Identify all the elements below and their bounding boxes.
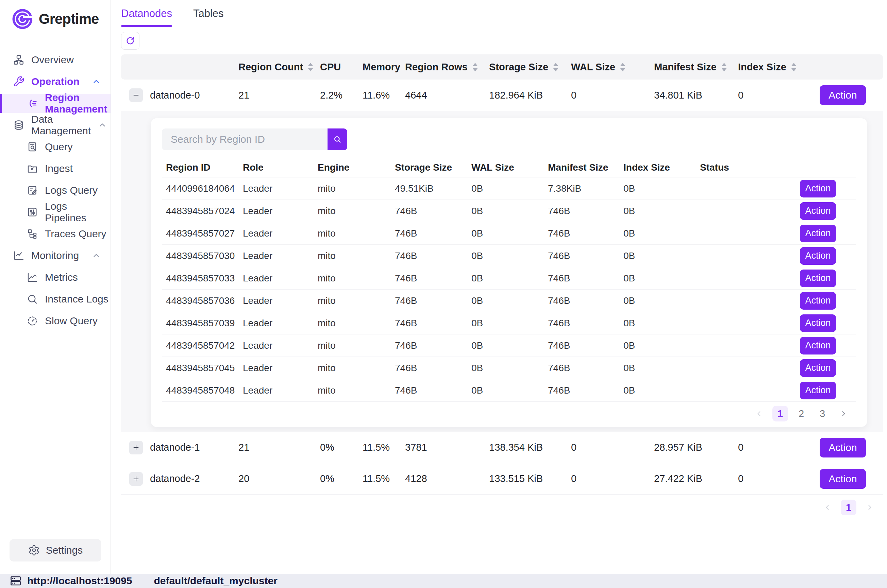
metrics-chart-icon: [27, 272, 38, 283]
pagination-next-icon[interactable]: [836, 406, 851, 422]
sidebar-item-query[interactable]: Query: [0, 137, 111, 156]
cell-region-id: 4483945857033: [162, 273, 243, 284]
region-action-button[interactable]: Action: [800, 314, 836, 332]
sidebar-item-operation[interactable]: Operation: [0, 72, 111, 91]
sort-arrows-icon[interactable]: [308, 63, 313, 71]
column-header-storage-size[interactable]: Storage Size: [489, 62, 571, 73]
region-action-button[interactable]: Action: [800, 292, 836, 310]
cell-region-count: 20: [238, 473, 320, 484]
region-action-button[interactable]: Action: [800, 270, 836, 287]
sidebar-item-traces-query[interactable]: Traces Query: [0, 224, 111, 243]
cell-role: Leader: [243, 296, 318, 306]
cell-engine: mito: [318, 296, 395, 306]
refresh-icon: [125, 36, 135, 46]
cell-manifest-size: 27.422 KiB: [654, 473, 738, 484]
sidebar-item-metrics[interactable]: Metrics: [0, 268, 111, 287]
chevron-up-icon[interactable]: [92, 77, 101, 86]
sidebar-item-label: Region Management: [45, 92, 111, 115]
pagination-prev-icon[interactable]: [820, 500, 835, 515]
sidebar-item-logs-pipelines[interactable]: Logs Pipelines: [0, 202, 111, 222]
sort-arrows-icon[interactable]: [620, 63, 625, 71]
cell-engine: mito: [318, 363, 395, 374]
search-button[interactable]: [328, 129, 347, 150]
cell-storage-size: 746B: [395, 206, 471, 216]
region-action-button[interactable]: Action: [800, 225, 836, 242]
pagination-page-1[interactable]: 1: [841, 500, 856, 515]
refresh-button[interactable]: [121, 32, 140, 50]
sidebar-item-slow-query[interactable]: Slow Query: [0, 311, 111, 330]
tab-tables[interactable]: Tables: [193, 0, 224, 27]
region-table-body: 4440996184064 Leader mito 49.51KiB 0B 7.…: [162, 177, 856, 402]
settings-button[interactable]: Settings: [9, 539, 101, 561]
cell-engine: mito: [318, 318, 395, 328]
column-header-wal-size[interactable]: WAL Size: [571, 62, 654, 73]
sidebar-item-monitoring[interactable]: Monitoring: [0, 246, 111, 265]
sidebar-item-ingest[interactable]: Ingest: [0, 159, 111, 178]
sidebar-item-region-management[interactable]: Region Management: [0, 94, 111, 113]
sort-arrows-icon[interactable]: [472, 63, 478, 71]
tab-datanodes[interactable]: Datanodes: [121, 0, 172, 27]
expand-row-button[interactable]: [129, 441, 143, 454]
region-action-button[interactable]: Action: [800, 247, 836, 265]
cell-cpu: 2.2%: [320, 90, 362, 101]
sidebar-item-data-management[interactable]: Data Management: [0, 116, 111, 135]
sidebar-item-label: Logs Pipelines: [45, 201, 111, 224]
region-action-button[interactable]: Action: [800, 359, 836, 377]
region-row: 4483945857030 Leader mito 746B 0B 746B 0…: [162, 245, 856, 267]
datanode-row-1: datanode-1 21 0% 11.5% 3781 138.354 KiB …: [121, 432, 883, 463]
cluster-name[interactable]: default/default_mycluster: [154, 575, 277, 586]
tab-label: Tables: [193, 8, 224, 20]
datanode-action-button[interactable]: Action: [820, 438, 866, 458]
region-action-button[interactable]: Action: [800, 382, 836, 399]
sort-arrows-icon[interactable]: [722, 63, 727, 71]
search-input[interactable]: [162, 129, 328, 150]
cell-region-count: 21: [238, 90, 320, 101]
region-search: [162, 129, 347, 150]
pagination-prev-icon[interactable]: [751, 406, 767, 422]
region-table-header: Region ID Role Engine Storage Size WAL S…: [162, 158, 856, 177]
region-action-button[interactable]: Action: [800, 180, 836, 198]
column-header-manifest-size[interactable]: Manifest Size: [654, 62, 738, 73]
brand-name: Greptime: [39, 11, 99, 27]
sidebar-item-label: Operation: [31, 76, 80, 87]
column-header-region-count[interactable]: Region Count: [238, 62, 320, 73]
cell-role: Leader: [243, 206, 318, 216]
cell-memory: 11.6%: [362, 90, 405, 101]
cell-storage-size: 182.964 KiB: [489, 90, 571, 101]
sidebar-item-instance-logs[interactable]: Instance Logs: [0, 290, 111, 309]
cell-index-size: 0B: [624, 273, 700, 284]
column-header-storage-size: Storage Size: [395, 162, 471, 173]
region-row: 4483945857042 Leader mito 746B 0B 746B 0…: [162, 334, 856, 357]
search-icon: [332, 135, 342, 144]
cell-role: Leader: [243, 385, 318, 396]
expand-row-button[interactable]: [129, 472, 143, 486]
pagination-page-3[interactable]: 3: [815, 406, 830, 422]
column-header-index-size[interactable]: Index Size: [738, 62, 816, 73]
datanode-action-button[interactable]: Action: [820, 469, 866, 489]
cell-manifest-size: 7.38KiB: [548, 183, 624, 194]
sort-arrows-icon[interactable]: [791, 63, 797, 71]
server-icon: [9, 575, 22, 587]
pagination-page-2[interactable]: 2: [794, 406, 809, 422]
brand-logo: Greptime: [0, 0, 111, 36]
collapse-row-button[interactable]: [129, 88, 143, 102]
region-action-button[interactable]: Action: [800, 202, 836, 220]
ingest-folder-icon: [27, 163, 38, 174]
server-url[interactable]: http://localhost:19095: [27, 575, 132, 586]
chevron-up-icon[interactable]: [98, 120, 107, 130]
main-panel: Datanodes Tables: [111, 0, 887, 574]
sidebar-item-label: Logs Query: [45, 184, 98, 196]
cell-role: Leader: [243, 340, 318, 351]
chevron-up-icon[interactable]: [92, 251, 101, 260]
datanode-action-button[interactable]: Action: [820, 85, 866, 105]
cell-region-count: 21: [238, 442, 320, 453]
cell-wal-size: 0: [571, 90, 654, 101]
sidebar-item-overview[interactable]: Overview: [0, 50, 111, 69]
column-header-region-rows[interactable]: Region Rows: [405, 62, 489, 73]
sort-arrows-icon[interactable]: [553, 63, 558, 71]
pagination-next-icon[interactable]: [862, 500, 878, 515]
sidebar-item-logs-query[interactable]: Logs Query: [0, 181, 111, 200]
gear-icon: [28, 544, 40, 556]
region-action-button[interactable]: Action: [800, 337, 836, 354]
pagination-page-1[interactable]: 1: [773, 406, 788, 422]
